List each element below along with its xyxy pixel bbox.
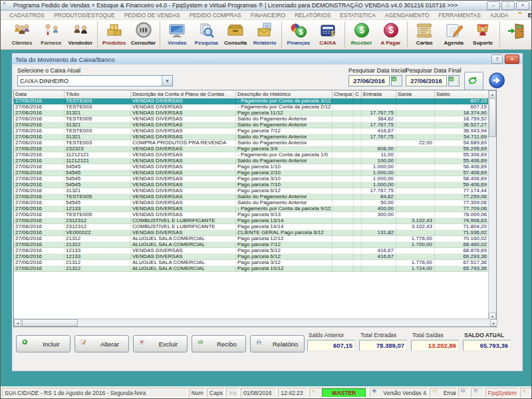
toolbar-vendedor[interactable]: Vendedor [66,20,95,49]
table-row[interactable]: 27/06/201612133VENDAS DIVERSASPago parce… [14,254,489,260]
restore-button[interactable]: □ [501,1,515,10]
menu-item-relatorios[interactable]: RELATÓRIOS [290,12,335,19]
table-row[interactable]: 27/06/20162312312COMBUSTÍVEL E LUBRIFICA… [14,218,489,224]
menu-item-produtos-estoque[interactable]: PRODUTOS/ESTOQUE [49,12,120,19]
table-row[interactable]: 27/06/2016TESTE003VENDAS DIVERSASPago pa… [14,128,489,134]
minimize-button[interactable]: – [487,1,500,10]
cell: ALUGUEL SALA COMERCIAL [131,242,236,247]
scroll-up-icon[interactable]: ▲ [489,90,496,98]
table-row[interactable]: 27/06/201612133VENDAS DIVERSASPago parce… [14,248,489,254]
menu-item-e-mail[interactable]: E-MAIL [513,12,532,19]
table-row[interactable]: 27/06/20162312312COMBUSTÍVEL E LUBRIFICA… [14,224,489,230]
incluir-button[interactable]: Incluir [16,335,70,352]
toolbar-clientes[interactable]: Clientes [7,20,37,49]
toolbar-pesquisa[interactable]: Pesquisa [192,20,221,49]
toolbar-cartas[interactable]: Cartas [410,20,439,49]
table-row[interactable]: 27/06/201621312ALUGUEL SALA COMERCIALPag… [14,236,489,242]
panel-close-button[interactable]: × [505,55,519,64]
toolbar-fornece[interactable]: Fornece [37,20,66,49]
menu-item-ajuda[interactable]: AJUDA [485,12,513,19]
toolbar-suporte[interactable]: Suporte [468,20,497,49]
table-row[interactable]: 27/06/2016TESTE005VENDAS DIVERSASSaldo d… [14,194,489,200]
horizontal-scroll-thumb[interactable] [22,319,78,327]
column-header-c[interactable]: C [354,90,362,98]
table-row[interactable]: 27/06/201631321VENDAS DIVERSASSaldo do P… [14,134,489,140]
toolbar-caixa[interactable]: $CAIXA [313,20,342,49]
menu-item-pedido-compras[interactable]: PEDIDO COMPRAS [185,12,246,19]
column-header-data[interactable]: Data [14,90,65,98]
date-end-input[interactable]: 27/06/2016 [406,75,447,86]
scroll-left-icon[interactable]: ◄ [14,319,21,327]
horizontal-scrollbar[interactable]: ◄ ► [14,319,497,327]
menu-item-ferramentas[interactable]: FERRAMENTAS [434,12,485,19]
excluir-button[interactable]: Excluir [133,335,188,352]
table-row[interactable]: 27/06/201654545VENDAS DIVERSASSaldo do P… [14,200,489,206]
go-button[interactable] [489,71,507,89]
cell: 17.767,75 [362,110,396,116]
column-header-entrada[interactable]: Entrada [362,90,396,98]
menu-item-estatistica[interactable]: ESTATISTICA [335,12,380,19]
table-row[interactable]: 27/06/201631321VENDAS DIVERSASPago parce… [14,188,489,194]
toolbar-financas[interactable]: $Finanças [284,20,313,49]
column-header-descricao-da-conta-d-plano-de-contas[interactable]: Descrição da Conta d Plano de Contas [131,90,236,98]
toolbar-consultar[interactable]: Consultar [129,20,158,49]
calendar-end-icon[interactable] [448,75,460,86]
table-row[interactable]: 27/06/201654545VENDAS DIVERSASPago parce… [14,164,489,170]
menu-item-agendamento[interactable]: AGENDAMENTO [380,12,434,19]
table-row[interactable]: 27/06/2016TESTE005VENDAS DIVERSASSaldo d… [14,116,489,122]
table-row[interactable]: 27/06/201654545VENDAS DIVERSASPago parce… [14,176,489,182]
table-row[interactable]: 27/06/201631321VENDAS DIVERSASPago parce… [14,110,489,116]
table-row[interactable]: 27/06/201611212121VENDAS DIVERSAS- Pagam… [14,152,489,158]
table-row[interactable]: 27/06/201621312ALUGUEL SALA COMERCIALPag… [14,242,489,248]
table-row[interactable]: 27/06/201612133VENDAS DIVERSAS- Pagament… [14,206,489,212]
cell: 36.527,27 [435,122,489,128]
window-controls: – □ × [487,1,529,10]
column-header-cheque[interactable]: Cheque [332,90,354,98]
cell: 54.689,69 [435,140,489,146]
table-row[interactable]: 27/06/201654545VENDAS DIVERSASPago parce… [14,170,489,176]
table-row[interactable]: 27/06/201654545VENDAS DIVERSASPago parce… [14,182,489,188]
cell: Saldo do Pagamento Anterior [236,194,332,200]
table-row[interactable]: 27/06/201621312ALUGUEL SALA COMERCIALPag… [14,266,489,272]
cell: VENDAS DIVERSAS [131,176,236,182]
table-row[interactable]: 27/06/201631321VENDAS DIVERSASSaldo do P… [14,122,489,128]
alterar-button[interactable]: Alterar [74,335,129,352]
table-row[interactable]: 27/06/2016TESTE003VENDAS DIVERSAS- Pagam… [14,104,489,110]
recibo-button[interactable]: Recibo [192,335,246,352]
table-row[interactable]: 27/06/201621312ALUGUEL SALA COMERCIALPag… [14,260,489,266]
column-header-titulo[interactable]: Título [65,90,131,98]
table-row[interactable]: 27/06/2016TESTE003COMPRA PRODUTOS PRA RE… [14,140,489,146]
toolbar-sair[interactable]: EXIT [502,20,531,49]
toolbar-consulta[interactable]: Consulta [221,20,250,49]
column-header-saida[interactable]: Saída [396,90,435,98]
vertical-scrollbar[interactable]: ▲ ▼ [488,90,496,320]
scroll-right-icon[interactable]: ► [490,319,497,327]
menu-item-financeiro[interactable]: FINANCEIRO [246,12,290,19]
vertical-scroll-thumb[interactable] [489,98,496,137]
toolbar-receber[interactable]: $Receber [347,20,376,49]
calendar-start-icon[interactable] [391,75,402,86]
column-header-saldo[interactable]: Saldo [435,90,489,98]
table-row[interactable]: 27/06/2016TESTE005VENDAS DIVERSASPago pa… [14,212,489,218]
table-row[interactable]: 27/06/2016TESTE003VENDAS DIVERSAS- Pagam… [14,98,489,104]
table-row[interactable]: 27/06/2016232323VENDAS DIVERSASPago parc… [14,146,489,152]
column-header-descricao-do-historico[interactable]: Descrição do Histórico [236,90,332,98]
help-button[interactable]: ? [491,55,503,64]
caixa-select[interactable]: CAIXA DINHEIRO ▼ [17,75,173,86]
date-start-input[interactable]: 27/06/2016 [348,75,390,86]
menu-item-cadastros[interactable]: CADASTROS [5,12,49,19]
toolbar-agenda[interactable]: Agenda [439,20,468,49]
toolbar-separator [160,21,160,48]
menu-item-pedido-de-vendas[interactable]: PEDIDO DE VENDAS [120,12,185,19]
cell: Pago parcela 13/14 [236,218,332,223]
table-row[interactable]: 27/06/2016VE000022VENDAS DIVERSASCLIENTE… [14,230,489,236]
toolbar-a-pagar[interactable]: $A Pagar [376,20,406,49]
toolbar-vendas[interactable]: Vendas [162,20,192,49]
table-row[interactable]: 27/06/201611212121VENDAS DIVERSASSaldo d… [14,158,489,164]
chevron-down-icon[interactable]: ▼ [162,76,172,86]
refresh-button[interactable] [464,72,483,90]
close-button[interactable]: × [516,1,529,10]
toolbar-relatorio[interactable]: Relatório [250,20,279,49]
toolbar-produtos[interactable]: Produtos [100,20,129,49]
relatorio-button[interactable]: Relatório [250,335,305,352]
